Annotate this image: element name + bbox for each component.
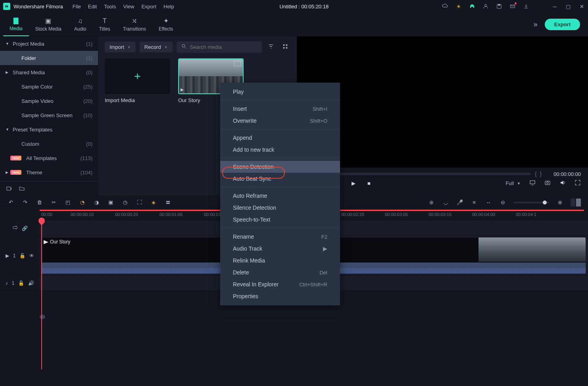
context-menu-item[interactable]: InsertShift+I bbox=[220, 103, 340, 115]
sidebar-item[interactable]: Custom(0) bbox=[0, 137, 98, 151]
context-menu-item[interactable]: Auto Beat Sync bbox=[220, 173, 340, 185]
menu-help[interactable]: Help bbox=[163, 4, 174, 10]
chain-icon[interactable]: 🔗 bbox=[22, 226, 28, 231]
undo-icon[interactable]: ↶ bbox=[7, 199, 14, 206]
context-menu-item[interactable]: Scene Detection bbox=[220, 161, 340, 173]
tab-titles[interactable]: TTitles bbox=[92, 13, 116, 36]
marker-icon[interactable]: ◡ bbox=[442, 199, 449, 206]
search-input[interactable] bbox=[190, 44, 257, 50]
filter-icon[interactable] bbox=[266, 41, 276, 53]
sidebar-item[interactable]: ▼Project Media(1) bbox=[0, 37, 98, 51]
search-box[interactable] bbox=[177, 41, 262, 53]
duration-icon[interactable]: ◷ bbox=[121, 199, 129, 206]
tab-media[interactable]: ▇Media bbox=[3, 13, 29, 36]
tab-transitions[interactable]: ⤭Transitions bbox=[117, 13, 152, 36]
account-icon[interactable] bbox=[482, 3, 489, 10]
fullscreen-icon[interactable] bbox=[575, 179, 581, 187]
context-menu-item[interactable]: Add to new track bbox=[220, 144, 340, 156]
context-menu-item[interactable]: Properties bbox=[220, 290, 340, 302]
import-dropdown[interactable]: Import▼ bbox=[105, 42, 136, 52]
frame-icon[interactable]: ▣ bbox=[107, 199, 114, 206]
quality-dropdown[interactable]: Full▼ bbox=[505, 180, 521, 186]
minimize-icon[interactable]: ─ bbox=[551, 3, 558, 10]
save-icon[interactable] bbox=[496, 3, 502, 10]
adjust-icon[interactable]: 〓 bbox=[164, 199, 171, 206]
mark-in-icon[interactable]: { bbox=[535, 171, 537, 177]
context-menu-item[interactable]: Reveal In ExplorerCtrl+Shift+R bbox=[220, 278, 340, 290]
menu-edit[interactable]: Edit bbox=[88, 4, 97, 10]
sidebar-item[interactable]: Sample Video(20) bbox=[0, 94, 98, 108]
menu-file[interactable]: File bbox=[73, 4, 81, 10]
context-menu-item[interactable]: Audio Track▶ bbox=[220, 243, 340, 255]
folder-icon: ▇ bbox=[13, 17, 18, 24]
context-menu-item[interactable]: Relink Media bbox=[220, 255, 340, 266]
record-dropdown[interactable]: Record▼ bbox=[140, 42, 173, 52]
expand-icon[interactable]: ↔ bbox=[485, 199, 492, 206]
sidebar-item[interactable]: Folder(1) bbox=[0, 51, 98, 65]
play-button[interactable]: ▶ bbox=[352, 180, 355, 186]
expand-icon: ▶ bbox=[6, 170, 10, 174]
zoom-in-icon[interactable]: ⊕ bbox=[556, 199, 563, 206]
tab-stock-media[interactable]: ▣Stock Media bbox=[29, 13, 68, 36]
sidebar-item[interactable]: ▶Shared Media(0) bbox=[0, 65, 98, 79]
keyframe-icon[interactable]: ◈ bbox=[150, 199, 157, 206]
tab-effects[interactable]: ✦Effects bbox=[152, 13, 179, 36]
sidebar-item[interactable]: ▼Preset Templates bbox=[0, 122, 98, 137]
more-tabs-icon[interactable]: » bbox=[534, 20, 538, 29]
lock-icon[interactable]: 🔓 bbox=[19, 253, 25, 259]
menu-tools[interactable]: Tools bbox=[104, 4, 116, 10]
crop-icon[interactable]: ◰ bbox=[64, 199, 71, 206]
context-menu-item[interactable]: Append bbox=[220, 132, 340, 144]
context-menu-item[interactable]: Auto Reframe bbox=[220, 190, 340, 202]
color-icon[interactable]: ◑ bbox=[93, 199, 100, 206]
voiceover-icon[interactable]: 🎤 bbox=[456, 199, 463, 206]
grid-view-icon[interactable] bbox=[280, 41, 290, 53]
tab-audio[interactable]: ♫Audio bbox=[68, 13, 93, 36]
close-icon[interactable]: ✕ bbox=[578, 3, 585, 10]
sidebar-item[interactable]: Sample Green Screen(10) bbox=[0, 108, 98, 122]
speaker-icon[interactable]: 🔊 bbox=[28, 280, 34, 286]
display-icon[interactable] bbox=[529, 179, 536, 187]
sidebar-item[interactable]: Sample Color(25) bbox=[0, 79, 98, 94]
sun-icon[interactable]: ☀ bbox=[455, 3, 462, 10]
sidebar-item[interactable]: NewAll Templates(113) bbox=[0, 151, 98, 165]
delete-icon[interactable]: 🗑 bbox=[36, 199, 43, 206]
cloud-icon[interactable] bbox=[442, 3, 448, 10]
sidebar-item[interactable]: ▶NewTheme(104) bbox=[0, 165, 98, 179]
download-icon[interactable] bbox=[523, 3, 529, 10]
view-toggle[interactable] bbox=[571, 199, 581, 207]
add-folder-icon[interactable] bbox=[6, 185, 13, 192]
context-menu-item[interactable]: RenameF2 bbox=[220, 231, 340, 243]
volume-icon[interactable] bbox=[559, 179, 566, 187]
mail-icon[interactable] bbox=[509, 3, 516, 10]
snapshot-icon[interactable] bbox=[544, 179, 551, 187]
menu-view[interactable]: View bbox=[123, 4, 134, 10]
folder-icon[interactable] bbox=[18, 185, 25, 192]
speed-icon[interactable]: ◔ bbox=[79, 199, 86, 206]
fit-icon[interactable]: ⛶ bbox=[136, 199, 143, 206]
mark-out-icon[interactable]: } bbox=[540, 171, 542, 177]
timeline-playhead[interactable] bbox=[41, 222, 42, 369]
import-media-card[interactable]: + Import Media bbox=[105, 58, 170, 103]
preview-video[interactable] bbox=[297, 37, 588, 168]
context-menu-item[interactable]: DeleteDel bbox=[220, 266, 340, 278]
stop-button[interactable]: ■ bbox=[367, 180, 371, 186]
menu-export[interactable]: Export bbox=[141, 4, 156, 10]
eye-icon[interactable]: 👁 bbox=[29, 253, 34, 259]
headset-icon[interactable] bbox=[469, 3, 475, 10]
export-button[interactable]: Export bbox=[545, 19, 580, 30]
split-icon[interactable]: ✂ bbox=[50, 199, 57, 206]
context-menu-item[interactable]: Silence Detection bbox=[220, 202, 340, 214]
maximize-icon[interactable]: ▢ bbox=[565, 3, 571, 10]
effects-icon[interactable]: ⊛ bbox=[428, 199, 435, 206]
zoom-out-icon[interactable]: ⊖ bbox=[499, 199, 506, 206]
context-menu-item[interactable]: Speech-to-Text bbox=[220, 214, 340, 226]
lock-icon[interactable]: 🔓 bbox=[18, 280, 24, 286]
audio-mixer-icon[interactable]: ≡ bbox=[471, 199, 478, 206]
link-toggle-icon[interactable] bbox=[12, 225, 18, 232]
context-menu-item[interactable]: OverwriteShift+O bbox=[220, 115, 340, 127]
redo-icon[interactable]: ↷ bbox=[21, 199, 29, 206]
zoom-slider[interactable] bbox=[513, 202, 549, 203]
context-menu-item[interactable]: Play bbox=[220, 86, 340, 98]
timeline-scrollbar[interactable] bbox=[0, 315, 588, 319]
